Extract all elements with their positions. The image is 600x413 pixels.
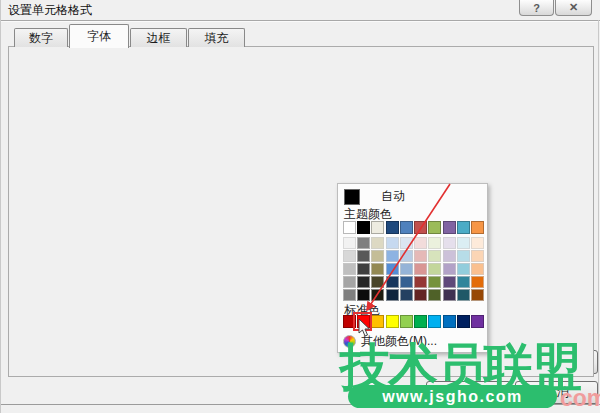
theme-color-swatch[interactable] (371, 221, 384, 234)
standard-color-swatch[interactable] (414, 315, 427, 328)
theme-color-swatch[interactable] (357, 221, 370, 234)
tab-number[interactable]: 数字 (14, 28, 68, 47)
standard-color-swatch[interactable] (371, 315, 384, 328)
theme-shade-swatch[interactable] (414, 276, 427, 288)
dialog-right-edge (598, 20, 599, 405)
theme-color-swatch[interactable] (471, 221, 484, 234)
theme-shade-swatch[interactable] (414, 237, 427, 249)
tab-border[interactable]: 边框 (130, 28, 187, 47)
theme-shade-swatch[interactable] (400, 289, 413, 301)
theme-shade-swatch[interactable] (443, 289, 456, 301)
font-tab-page (8, 46, 594, 377)
theme-shade-swatch[interactable] (386, 276, 399, 288)
theme-shade-swatch[interactable] (457, 263, 470, 275)
automatic-color-item[interactable]: 自动 (341, 187, 484, 206)
theme-color-swatch[interactable] (343, 221, 356, 234)
theme-shade-swatch[interactable] (428, 250, 441, 262)
theme-color-swatch[interactable] (428, 221, 441, 234)
standard-color-swatch[interactable] (457, 315, 470, 328)
theme-shades-grid (343, 237, 484, 302)
theme-shade-swatch[interactable] (343, 276, 356, 288)
close-button[interactable]: ✕ (555, 0, 592, 16)
tab-font[interactable]: 字体 (69, 24, 129, 48)
theme-shade-swatch[interactable] (386, 237, 399, 249)
theme-shade-swatch[interactable] (443, 263, 456, 275)
theme-shade-swatch[interactable] (428, 289, 441, 301)
theme-shade-swatch[interactable] (400, 237, 413, 249)
theme-color-swatch[interactable] (457, 221, 470, 234)
theme-shade-swatch[interactable] (400, 263, 413, 275)
theme-shade-swatch[interactable] (371, 237, 384, 249)
standard-color-swatch[interactable] (471, 315, 484, 328)
theme-shade-swatch[interactable] (414, 250, 427, 262)
theme-color-swatch[interactable] (414, 221, 427, 234)
standard-color-swatch[interactable] (386, 315, 399, 328)
theme-shade-swatch[interactable] (443, 237, 456, 249)
theme-shade-swatch[interactable] (471, 237, 484, 249)
theme-color-swatch[interactable] (400, 221, 413, 234)
theme-shade-swatch[interactable] (443, 250, 456, 262)
close-icon: ✕ (569, 1, 578, 14)
client-top-highlight (1, 21, 600, 22)
help-icon: ? (533, 2, 540, 14)
theme-shade-swatch[interactable] (428, 276, 441, 288)
window-title: 设置单元格格式 (8, 2, 92, 19)
theme-shade-swatch[interactable] (371, 263, 384, 275)
theme-shade-swatch[interactable] (357, 276, 370, 288)
watermark-url-pill: www.jsgho.com (348, 385, 557, 408)
watermark-url: www.jsgho.com (382, 388, 523, 406)
theme-shade-swatch[interactable] (371, 250, 384, 262)
tab-fill[interactable]: 填充 (188, 28, 245, 47)
automatic-color-swatch (344, 189, 360, 205)
theme-shade-swatch[interactable] (400, 250, 413, 262)
theme-shade-swatch[interactable] (471, 289, 484, 301)
theme-shade-swatch[interactable] (457, 250, 470, 262)
theme-shade-swatch[interactable] (471, 263, 484, 275)
theme-shade-swatch[interactable] (357, 263, 370, 275)
theme-shade-swatch[interactable] (457, 289, 470, 301)
theme-shade-swatch[interactable] (386, 263, 399, 275)
theme-shade-swatch[interactable] (343, 289, 356, 301)
theme-shade-swatch[interactable] (371, 276, 384, 288)
theme-shade-swatch[interactable] (357, 250, 370, 262)
theme-shade-swatch[interactable] (457, 237, 470, 249)
theme-color-swatch[interactable] (386, 221, 399, 234)
theme-shade-swatch[interactable] (414, 263, 427, 275)
theme-shade-swatch[interactable] (471, 250, 484, 262)
theme-color-swatch[interactable] (443, 221, 456, 234)
theme-shade-swatch[interactable] (371, 289, 384, 301)
standard-color-swatch[interactable] (443, 315, 456, 328)
theme-shade-swatch[interactable] (343, 250, 356, 262)
theme-shade-swatch[interactable] (357, 237, 370, 249)
theme-shade-swatch[interactable] (471, 276, 484, 288)
theme-shade-swatch[interactable] (414, 289, 427, 301)
theme-shade-swatch[interactable] (457, 276, 470, 288)
mouse-cursor-icon (358, 318, 372, 338)
theme-shade-swatch[interactable] (343, 237, 356, 249)
theme-shade-swatch[interactable] (443, 276, 456, 288)
automatic-color-label: 自动 (381, 188, 405, 205)
theme-shade-swatch[interactable] (428, 263, 441, 275)
standard-color-swatch[interactable] (428, 315, 441, 328)
format-cells-dialog: { "window": { "title": "设置单元格格式", "help_… (0, 0, 600, 413)
help-button[interactable]: ? (519, 0, 554, 16)
theme-colors-row (343, 221, 484, 234)
theme-shade-swatch[interactable] (428, 237, 441, 249)
theme-shade-swatch[interactable] (357, 289, 370, 301)
theme-shade-swatch[interactable] (386, 289, 399, 301)
theme-shade-swatch[interactable] (386, 250, 399, 262)
theme-shade-swatch[interactable] (343, 263, 356, 275)
theme-shade-swatch[interactable] (400, 276, 413, 288)
standard-color-swatch[interactable] (400, 315, 413, 328)
